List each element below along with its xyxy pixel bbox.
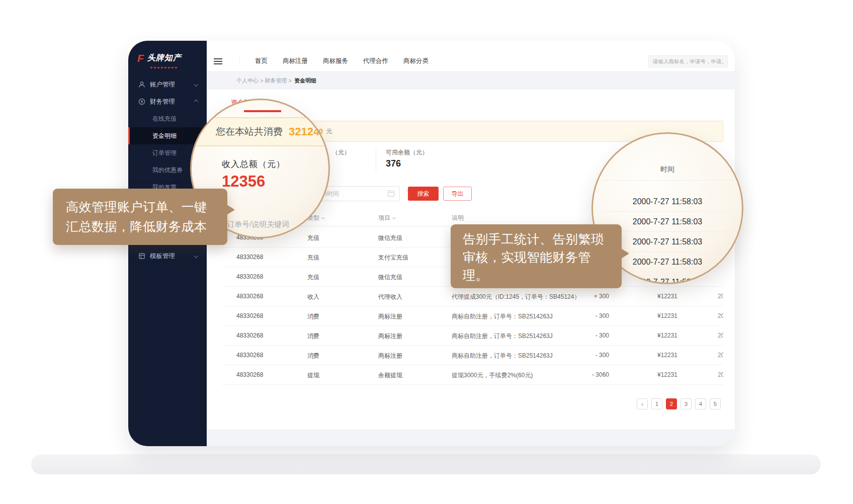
sidebar-item-label: 订单管理 xyxy=(152,149,177,157)
cell-type: 消费 xyxy=(307,312,319,321)
nav-home[interactable]: 首页 xyxy=(255,57,268,65)
sidebar-item-label: 财务管理 xyxy=(150,98,175,106)
breadcrumb: 个人中心 > 财务管理 > 资金明细 xyxy=(207,72,735,90)
breadcrumb-path[interactable]: 个人中心 > 财务管理 > xyxy=(236,77,292,85)
cell-type: 充值 xyxy=(307,254,319,262)
marketing-mockup: F 头牌知产 账户管理 财务管理 在 xyxy=(0,0,853,504)
content-footer-strip xyxy=(207,430,735,446)
available-balance-label: 可用余额（元） xyxy=(386,148,428,157)
cell-desc: 提现3000元，手续费2%(60元) xyxy=(452,371,533,380)
sidebar-item-label: 我的优惠券 xyxy=(152,166,183,175)
th-desc: 说明 xyxy=(452,214,464,222)
cell-amount: - 300 xyxy=(564,332,609,339)
cell-project: 代理收入 xyxy=(378,293,402,301)
cell-desc: 商标自助注册，订单号：SB2514263J xyxy=(452,332,553,341)
magnified-time-header: 时间 xyxy=(593,165,742,174)
table-row: 48330268 消费 商标注册 商标自助注册，订单号：SB2514263J -… xyxy=(222,326,723,346)
cell-project: 支付宝充值 xyxy=(378,254,408,262)
available-balance-value: 376 xyxy=(386,158,401,169)
nav-trademark-register[interactable]: 商标注册 xyxy=(283,57,308,65)
cell-time: 2000-7-27 11:58:03 xyxy=(718,352,723,359)
pagination-page-2[interactable]: 2 xyxy=(666,398,677,409)
table-row: 48330268 提现 余额提现 提现3000元，手续费2%(60元) - 30… xyxy=(222,365,723,385)
finance-icon xyxy=(138,98,145,105)
magnified-divider xyxy=(600,180,735,181)
cell-desc: 代理提成300元（ID:1245，订单号：SB45124） xyxy=(452,293,580,301)
brand-logo[interactable]: F 头牌知产 xyxy=(137,53,182,63)
nav-trademark-services[interactable]: 商标服务 xyxy=(323,57,348,65)
search-button[interactable]: 搜索 xyxy=(408,187,439,201)
cell-amount: + 300 xyxy=(564,293,609,300)
table-row: 48330268 消费 商标注册 商标自助注册，订单号：SB2514263J -… xyxy=(222,306,723,326)
cell-order: 48330268 xyxy=(236,352,263,359)
cell-project: 余额提现 xyxy=(378,371,402,380)
sort-caret-icon xyxy=(321,216,325,219)
brand-name: 头牌知产 xyxy=(147,53,182,63)
magnified-income-label: 收入总额（元） xyxy=(222,158,285,170)
global-search-input[interactable] xyxy=(648,55,728,67)
cell-balance: ¥12231 xyxy=(639,293,677,300)
magnified-time-cell: 2000-7-27 11:58:03 xyxy=(602,192,733,212)
middle-stat-label: （元） xyxy=(332,148,350,157)
cell-amount: - 3060 xyxy=(564,371,609,378)
callout-right: 告别手工统计、告别繁琐审核，实现智能财务管理。 xyxy=(451,224,622,288)
cell-order: 48330268 xyxy=(236,293,263,300)
breadcrumb-current: 资金明细 xyxy=(294,77,316,85)
cell-type: 充值 xyxy=(307,273,319,282)
cell-balance: ¥12231 xyxy=(639,332,677,339)
pagination-page-1[interactable]: 1 xyxy=(651,398,662,409)
calendar-icon[interactable] xyxy=(388,191,394,197)
magnified-notice-value: 32124 xyxy=(289,125,319,138)
cell-order: 48330268 xyxy=(236,332,263,339)
th-project[interactable]: 项目 xyxy=(378,214,395,222)
pagination-page-3[interactable]: 3 xyxy=(680,398,692,409)
callout-left: 高效管理账户订单、一键汇总数据，降低财务成本 xyxy=(53,189,227,245)
cell-order: 48330268 xyxy=(236,254,263,261)
export-button[interactable]: 导出 xyxy=(443,187,472,201)
menu-toggle-icon[interactable] xyxy=(214,58,222,64)
user-icon xyxy=(138,81,145,88)
nav-agency-cooperation[interactable]: 代理合作 xyxy=(363,57,388,65)
cell-project: 商标注册 xyxy=(378,332,402,341)
cell-time: 2000-7-27 11:58:03 xyxy=(718,332,723,339)
chevron-down-icon xyxy=(194,82,198,87)
pagination-prev[interactable]: ‹ xyxy=(637,398,648,409)
cell-balance: ¥12231 xyxy=(639,312,677,319)
pagination-page-5[interactable]: 5 xyxy=(710,398,721,409)
active-indicator xyxy=(128,127,130,144)
chevron-down-icon xyxy=(194,254,198,258)
sidebar-item-templates[interactable]: 模板管理 xyxy=(128,247,207,265)
cell-desc: 商标自助注册，订单号：SB2514263J xyxy=(452,312,553,321)
cell-desc: 商标自助注册，订单号：SB2514263J xyxy=(452,352,553,360)
magnified-order-header: 订单号/说明关键词 xyxy=(227,220,289,229)
cell-order: 48330268 xyxy=(236,312,263,319)
cell-project: 微信充值 xyxy=(378,234,402,242)
cell-time: 2000-7-27 11:58:03 xyxy=(718,293,723,300)
sidebar-item-account[interactable]: 账户管理 xyxy=(128,76,207,93)
sidebar-item-label: 在线充值 xyxy=(152,115,177,123)
cell-project: 商标注册 xyxy=(378,352,402,360)
magnified-tab-underline xyxy=(244,110,281,112)
magnified-notice-bar: 您在本站共消费 32124 xyxy=(190,117,330,146)
magnified-notice-text: 您在本站共消费 xyxy=(216,125,283,138)
sidebar-item-label: 账户管理 xyxy=(150,80,175,89)
cell-type: 消费 xyxy=(307,332,319,341)
pagination-page-4[interactable]: 4 xyxy=(695,398,706,409)
cell-amount: - 300 xyxy=(564,312,609,319)
cell-order: 48330268 xyxy=(236,273,263,280)
cell-balance: ¥12231 xyxy=(639,371,677,378)
laptop-base xyxy=(31,454,821,474)
sidebar-item-label: 资金明细 xyxy=(152,132,177,140)
sort-caret-icon xyxy=(392,216,396,219)
cell-type: 收入 xyxy=(307,293,319,301)
sidebar-item-online-recharge[interactable]: 在线充值 xyxy=(128,110,207,127)
cell-order: 48330268 xyxy=(236,371,263,378)
magnified-income-value: 12356 xyxy=(222,173,265,191)
sidebar-item-finance[interactable]: 财务管理 xyxy=(128,93,207,110)
top-header: 首页 商标注册 商标服务 代理合作 商标分类 xyxy=(207,41,735,72)
nav-trademark-category[interactable]: 商标分类 xyxy=(403,57,429,65)
table-row: 48330268 消费 商标注册 商标自助注册，订单号：SB2514263J -… xyxy=(222,346,723,365)
pagination: ‹ 1 2 3 4 5 xyxy=(637,398,721,409)
cell-time: 2000-7-27 11:58:03 xyxy=(718,312,723,319)
cell-project: 商标注册 xyxy=(378,312,402,321)
